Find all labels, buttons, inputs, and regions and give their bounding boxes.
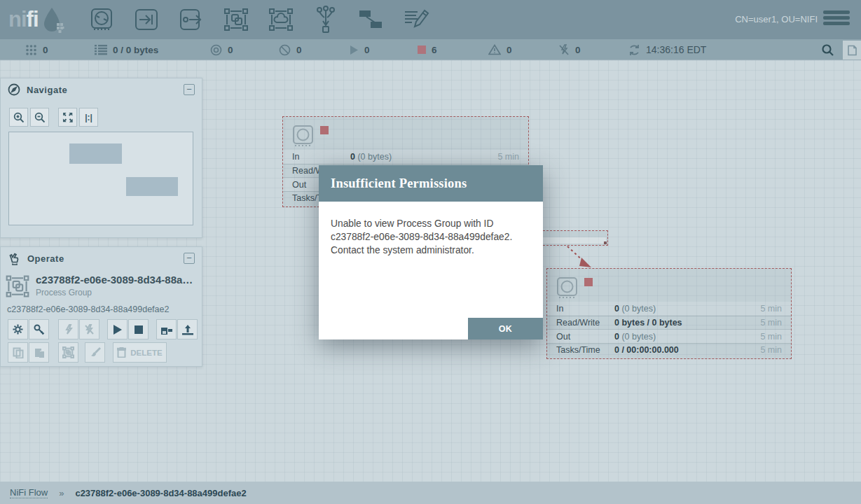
template-icon[interactable]	[355, 4, 386, 35]
stopped-count: 6	[432, 45, 437, 55]
not-transmitting-status: 0	[279, 39, 302, 60]
queued-status: 0 / 0 bytes	[95, 39, 158, 60]
stat-row: Tasks/Time 0 / 00:00:00.000 5 min	[547, 343, 791, 357]
hand-icon	[8, 252, 21, 265]
top-toolbar: ni fi	[0, 0, 861, 39]
nifi-app: ni fi	[0, 0, 861, 504]
stat-row: Read/Write 0 bytes / 0 bytes 5 min	[547, 316, 791, 330]
stat-row: In 0 (0 bytes) 5 min	[547, 302, 791, 316]
stat-row: In 0 (0 bytes) 5 min	[283, 150, 528, 164]
breadcrumb-separator: »	[59, 488, 64, 498]
logo-text-ni: ni	[8, 6, 27, 34]
flow-status-bar: 0 0 / 0 bytes 0	[0, 39, 861, 60]
navigate-palette: Navigate −	[0, 78, 202, 238]
logo-text-fi: fi	[27, 6, 39, 34]
not-transmitting-icon	[279, 44, 291, 56]
invalid-icon	[488, 44, 501, 55]
breadcrumb-current[interactable]: c23788f2-e06e-3089-8d34-88a499defae2	[75, 488, 246, 498]
processor-glyph-icon	[556, 276, 579, 300]
transmitting-count: 0	[228, 45, 233, 55]
stopped-state-icon	[320, 126, 329, 134]
delete-label: DELETE	[130, 349, 162, 357]
stopped-state-icon	[584, 278, 593, 286]
access-policies-button[interactable]	[29, 319, 49, 340]
bulletin-panel-button[interactable]	[843, 41, 861, 59]
stop-button[interactable]	[128, 319, 149, 340]
input-port-icon[interactable]	[131, 4, 162, 35]
disabled-count: 0	[575, 45, 581, 55]
running-status: 0	[349, 39, 370, 60]
stat-row: Out 0 (0 bytes) 5 min	[547, 329, 791, 343]
refresh-status: 14:36:16 EDT	[628, 39, 706, 60]
zoom-out-button[interactable]	[30, 108, 49, 127]
funnel-icon[interactable]	[310, 4, 341, 35]
processor-icon[interactable]	[86, 4, 117, 35]
search-button[interactable]	[818, 41, 837, 58]
birdseye-view[interactable]	[8, 132, 193, 225]
start-button[interactable]	[107, 319, 128, 340]
save-template-button[interactable]	[156, 319, 177, 340]
invalid-count: 0	[507, 45, 512, 55]
operate-collapse-button[interactable]: −	[184, 253, 195, 264]
selected-component-id: c23788f2-e06e-3089-8d34-88a499defae2	[7, 304, 169, 314]
selected-component-type: Process Group	[36, 288, 198, 298]
active-threads-icon	[25, 44, 37, 56]
refresh-icon[interactable]	[628, 44, 640, 56]
zoom-actual-button[interactable]: |:|	[79, 108, 98, 127]
zoom-fit-button[interactable]	[58, 108, 77, 127]
copy-button	[8, 342, 28, 363]
insufficient-permissions-dialog: Insufficient Permissions Unable to view …	[319, 165, 543, 340]
delete-button: DELETE	[113, 342, 167, 363]
disabled-icon	[558, 44, 570, 56]
operate-title: Operate	[27, 253, 184, 264]
refresh-time: 14:36:16 EDT	[646, 44, 706, 55]
zoom-in-button[interactable]	[9, 108, 28, 127]
processor-glyph-icon	[292, 125, 315, 148]
group-button	[58, 342, 78, 363]
selected-component-name: c23788f2-e06e-3089-8d34-88a499defae2	[36, 274, 198, 286]
search-icon	[821, 43, 834, 57]
process-group-glyph-icon	[5, 274, 30, 299]
stopped-status: 6	[418, 39, 437, 60]
disabled-status: 0	[558, 39, 581, 60]
output-port-icon[interactable]	[176, 4, 207, 35]
transmitting-icon	[210, 44, 222, 56]
compass-icon	[8, 83, 20, 96]
dialog-message: Unable to view Process Group with ID c23…	[319, 202, 543, 272]
remote-process-group-icon[interactable]	[266, 4, 296, 35]
ok-button[interactable]: OK	[468, 318, 543, 340]
stopped-icon	[418, 46, 426, 54]
operate-palette: Operate − c23788f2-e06e-3089-8d34-88a499…	[0, 246, 202, 367]
birdseye-component	[69, 144, 122, 164]
process-group-icon[interactable]	[221, 4, 252, 35]
paste-button	[29, 342, 49, 363]
running-count: 0	[364, 45, 370, 55]
not-transmitting-count: 0	[296, 45, 302, 55]
navigate-title: Navigate	[27, 85, 184, 95]
dialog-title: Insufficient Permissions	[331, 176, 467, 191]
breadcrumb: NiFi Flow » c23788f2-e06e-3089-8d34-88a4…	[0, 482, 861, 504]
queued-icon	[95, 44, 107, 55]
breadcrumb-root-link[interactable]: NiFi Flow	[10, 487, 48, 498]
unauthorized-processor-2[interactable]: In 0 (0 bytes) 5 min Read/Write 0 bytes …	[546, 268, 792, 359]
queued-count: 0 / 0 bytes	[113, 45, 158, 55]
transmitting-status: 0	[210, 39, 233, 60]
birdseye-component	[126, 177, 178, 196]
label-icon[interactable]	[400, 4, 431, 35]
invalid-status: 0	[488, 39, 512, 60]
component-toolbar	[86, 4, 431, 35]
disable-button	[79, 319, 99, 340]
current-user-label: CN=user1, OU=NIFI	[735, 14, 818, 24]
global-menu-icon[interactable]	[823, 10, 851, 29]
active-threads-count: 0	[43, 45, 48, 55]
upload-template-button[interactable]	[177, 319, 198, 340]
enable-button	[58, 319, 78, 340]
configure-button[interactable]	[8, 319, 28, 340]
page-icon	[847, 45, 857, 56]
nifi-logo: ni fi	[8, 6, 65, 34]
color-button	[85, 342, 105, 363]
running-icon	[349, 45, 359, 55]
navigate-collapse-button[interactable]: −	[184, 84, 195, 95]
active-threads-status: 0	[25, 39, 48, 60]
nifi-drop-icon	[41, 6, 65, 34]
